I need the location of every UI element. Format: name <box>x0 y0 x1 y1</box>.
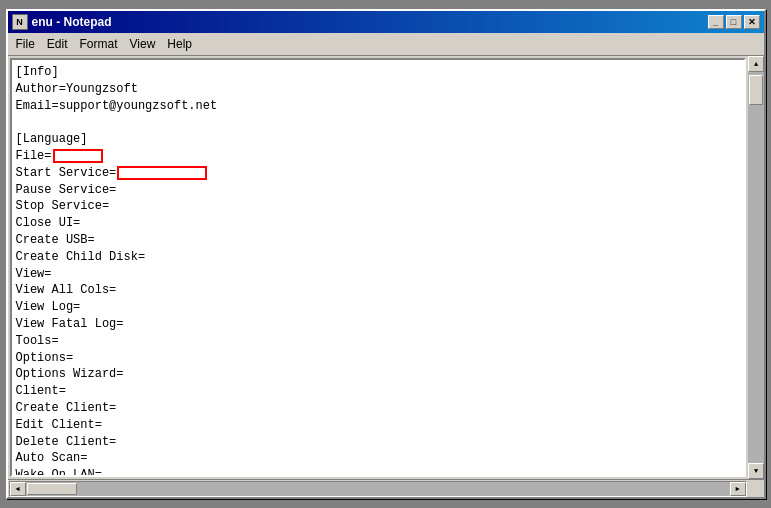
scroll-track-v[interactable] <box>748 72 764 463</box>
title-bar-buttons: _ □ ✕ <box>708 15 760 29</box>
window-title: enu - Notepad <box>32 15 112 29</box>
menu-help[interactable]: Help <box>161 35 198 53</box>
scroll-up-button[interactable]: ▲ <box>748 56 764 72</box>
text-content: [Info] Author=Youngzsoft Email=support@y… <box>12 60 744 477</box>
scroll-track-h[interactable] <box>26 482 730 496</box>
horizontal-scrollbar: ◄ ► <box>9 481 747 497</box>
scroll-down-button[interactable]: ▼ <box>748 463 764 479</box>
maximize-button[interactable]: □ <box>726 15 742 29</box>
vertical-scrollbar: ▲ ▼ <box>748 56 764 479</box>
close-button[interactable]: ✕ <box>744 15 760 29</box>
menu-file[interactable]: File <box>10 35 41 53</box>
app-icon: N <box>12 14 28 30</box>
size-grip <box>748 480 764 496</box>
start-service-highlight <box>117 166 207 180</box>
notepad-window: N enu - Notepad _ □ ✕ File Edit Format V… <box>6 9 766 499</box>
minimize-button[interactable]: _ <box>708 15 724 29</box>
scroll-thumb-v[interactable] <box>749 75 763 105</box>
scroll-left-button[interactable]: ◄ <box>10 482 26 496</box>
scroll-right-button[interactable]: ► <box>730 482 746 496</box>
content-area: [Info] Author=Youngzsoft Email=support@y… <box>8 56 764 479</box>
menu-view[interactable]: View <box>124 35 162 53</box>
title-bar: N enu - Notepad _ □ ✕ <box>8 11 764 33</box>
scroll-thumb-h[interactable] <box>27 483 77 495</box>
menu-bar: File Edit Format View Help <box>8 33 764 56</box>
menu-format[interactable]: Format <box>74 35 124 53</box>
menu-edit[interactable]: Edit <box>41 35 74 53</box>
text-editor[interactable]: [Info] Author=Youngzsoft Email=support@y… <box>10 58 746 477</box>
bottom-bar: ◄ ► <box>8 479 764 497</box>
file-highlight <box>53 149 103 163</box>
title-bar-left: N enu - Notepad <box>12 14 112 30</box>
